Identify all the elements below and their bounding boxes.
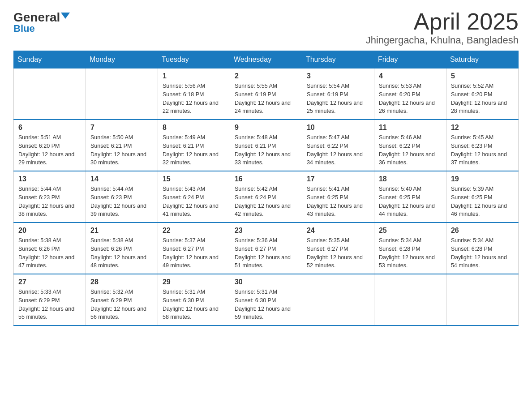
day-number: 19: [451, 175, 514, 183]
header-sunday: Sunday: [14, 51, 86, 68]
calendar-cell: 8Sunrise: 5:49 AM Sunset: 6:21 PM Daylig…: [158, 120, 230, 171]
day-info: Sunrise: 5:34 AM Sunset: 6:28 PM Dayligh…: [451, 236, 514, 270]
day-info: Sunrise: 5:38 AM Sunset: 6:26 PM Dayligh…: [90, 236, 153, 270]
day-info: Sunrise: 5:53 AM Sunset: 6:20 PM Dayligh…: [379, 82, 442, 116]
calendar-cell: 18Sunrise: 5:40 AM Sunset: 6:25 PM Dayli…: [374, 171, 446, 223]
day-info: Sunrise: 5:46 AM Sunset: 6:22 PM Dayligh…: [379, 133, 442, 167]
logo-blue: Blue: [13, 24, 35, 34]
day-info: Sunrise: 5:52 AM Sunset: 6:20 PM Dayligh…: [451, 82, 514, 116]
calendar-cell: 20Sunrise: 5:38 AM Sunset: 6:26 PM Dayli…: [14, 223, 86, 274]
calendar-cell: 28Sunrise: 5:32 AM Sunset: 6:29 PM Dayli…: [86, 274, 158, 325]
calendar-cell: 12Sunrise: 5:45 AM Sunset: 6:23 PM Dayli…: [446, 120, 518, 171]
day-info: Sunrise: 5:39 AM Sunset: 6:25 PM Dayligh…: [451, 185, 514, 218]
calendar-week-row: 6Sunrise: 5:51 AM Sunset: 6:20 PM Daylig…: [14, 120, 519, 171]
calendar-cell: 16Sunrise: 5:42 AM Sunset: 6:24 PM Dayli…: [230, 171, 302, 223]
calendar-week-row: 27Sunrise: 5:33 AM Sunset: 6:29 PM Dayli…: [14, 274, 519, 325]
calendar-cell: 7Sunrise: 5:50 AM Sunset: 6:21 PM Daylig…: [86, 120, 158, 171]
day-number: 12: [451, 124, 514, 132]
day-number: 16: [235, 175, 297, 183]
day-number: 14: [90, 175, 153, 183]
day-number: 4: [379, 72, 442, 80]
logo-general: General: [13, 11, 60, 24]
calendar-cell: [302, 274, 374, 325]
day-info: Sunrise: 5:55 AM Sunset: 6:19 PM Dayligh…: [235, 82, 297, 116]
calendar-cell: 2Sunrise: 5:55 AM Sunset: 6:19 PM Daylig…: [230, 68, 302, 120]
calendar-cell: 11Sunrise: 5:46 AM Sunset: 6:22 PM Dayli…: [374, 120, 446, 171]
day-info: Sunrise: 5:31 AM Sunset: 6:30 PM Dayligh…: [235, 288, 297, 321]
day-info: Sunrise: 5:33 AM Sunset: 6:29 PM Dayligh…: [18, 288, 81, 321]
calendar-cell: [14, 68, 86, 120]
calendar-cell: 25Sunrise: 5:34 AM Sunset: 6:28 PM Dayli…: [374, 223, 446, 274]
calendar-cell: [86, 68, 158, 120]
calendar-cell: [374, 274, 446, 325]
day-info: Sunrise: 5:50 AM Sunset: 6:21 PM Dayligh…: [90, 133, 153, 167]
day-number: 25: [379, 227, 442, 235]
header-thursday: Thursday: [302, 51, 374, 68]
calendar-cell: 10Sunrise: 5:47 AM Sunset: 6:22 PM Dayli…: [302, 120, 374, 171]
day-info: Sunrise: 5:48 AM Sunset: 6:21 PM Dayligh…: [235, 133, 297, 167]
day-info: Sunrise: 5:44 AM Sunset: 6:23 PM Dayligh…: [90, 185, 153, 218]
day-number: 9: [235, 124, 297, 132]
day-number: 29: [163, 278, 225, 286]
day-number: 18: [379, 175, 442, 183]
day-info: Sunrise: 5:42 AM Sunset: 6:24 PM Dayligh…: [235, 185, 297, 218]
day-number: 3: [307, 72, 369, 80]
day-info: Sunrise: 5:47 AM Sunset: 6:22 PM Dayligh…: [307, 133, 369, 167]
calendar-cell: 23Sunrise: 5:36 AM Sunset: 6:27 PM Dayli…: [230, 223, 302, 274]
day-number: 24: [307, 227, 369, 235]
day-number: 30: [235, 278, 297, 286]
calendar-week-row: 13Sunrise: 5:44 AM Sunset: 6:23 PM Dayli…: [14, 171, 519, 223]
day-info: Sunrise: 5:38 AM Sunset: 6:26 PM Dayligh…: [18, 236, 81, 270]
calendar-cell: 29Sunrise: 5:31 AM Sunset: 6:30 PM Dayli…: [158, 274, 230, 325]
day-number: 7: [90, 124, 153, 132]
day-number: 2: [235, 72, 297, 80]
calendar-week-row: 20Sunrise: 5:38 AM Sunset: 6:26 PM Dayli…: [14, 223, 519, 274]
header-tuesday: Tuesday: [158, 51, 230, 68]
day-number: 28: [90, 278, 153, 286]
day-info: Sunrise: 5:45 AM Sunset: 6:23 PM Dayligh…: [451, 133, 514, 167]
day-number: 21: [90, 227, 153, 235]
calendar-cell: [446, 274, 518, 325]
day-number: 10: [307, 124, 369, 132]
day-info: Sunrise: 5:41 AM Sunset: 6:25 PM Dayligh…: [307, 185, 369, 218]
calendar-cell: 27Sunrise: 5:33 AM Sunset: 6:29 PM Dayli…: [14, 274, 86, 325]
day-number: 5: [451, 72, 514, 80]
calendar-cell: 26Sunrise: 5:34 AM Sunset: 6:28 PM Dayli…: [446, 223, 518, 274]
calendar-cell: 30Sunrise: 5:31 AM Sunset: 6:30 PM Dayli…: [230, 274, 302, 325]
header-friday: Friday: [374, 51, 446, 68]
calendar-cell: 1Sunrise: 5:56 AM Sunset: 6:18 PM Daylig…: [158, 68, 230, 120]
calendar-cell: 24Sunrise: 5:35 AM Sunset: 6:27 PM Dayli…: [302, 223, 374, 274]
calendar-cell: 9Sunrise: 5:48 AM Sunset: 6:21 PM Daylig…: [230, 120, 302, 171]
calendar-cell: 14Sunrise: 5:44 AM Sunset: 6:23 PM Dayli…: [86, 171, 158, 223]
day-number: 27: [18, 278, 81, 286]
calendar-week-row: 1Sunrise: 5:56 AM Sunset: 6:18 PM Daylig…: [14, 68, 519, 120]
day-info: Sunrise: 5:40 AM Sunset: 6:25 PM Dayligh…: [379, 185, 442, 218]
header-wednesday: Wednesday: [230, 51, 302, 68]
day-number: 17: [307, 175, 369, 183]
day-info: Sunrise: 5:51 AM Sunset: 6:20 PM Dayligh…: [18, 133, 81, 167]
day-info: Sunrise: 5:44 AM Sunset: 6:23 PM Dayligh…: [18, 185, 81, 218]
day-info: Sunrise: 5:36 AM Sunset: 6:27 PM Dayligh…: [235, 236, 297, 270]
calendar-cell: 5Sunrise: 5:52 AM Sunset: 6:20 PM Daylig…: [446, 68, 518, 120]
day-number: 23: [235, 227, 297, 235]
day-info: Sunrise: 5:35 AM Sunset: 6:27 PM Dayligh…: [307, 236, 369, 270]
day-number: 13: [18, 175, 81, 183]
day-number: 6: [18, 124, 81, 132]
calendar-cell: 6Sunrise: 5:51 AM Sunset: 6:20 PM Daylig…: [14, 120, 86, 171]
calendar-title: April 2025: [366, 9, 519, 34]
title-block: April 2025 Jhingergacha, Khulna, Banglad…: [366, 9, 519, 46]
logo-triangle-icon: [61, 13, 70, 19]
day-number: 1: [163, 72, 225, 80]
day-number: 22: [163, 227, 225, 235]
calendar-cell: 4Sunrise: 5:53 AM Sunset: 6:20 PM Daylig…: [374, 68, 446, 120]
calendar-cell: 17Sunrise: 5:41 AM Sunset: 6:25 PM Dayli…: [302, 171, 374, 223]
calendar-cell: 15Sunrise: 5:43 AM Sunset: 6:24 PM Dayli…: [158, 171, 230, 223]
calendar-cell: 21Sunrise: 5:38 AM Sunset: 6:26 PM Dayli…: [86, 223, 158, 274]
calendar-cell: 22Sunrise: 5:37 AM Sunset: 6:27 PM Dayli…: [158, 223, 230, 274]
day-info: Sunrise: 5:49 AM Sunset: 6:21 PM Dayligh…: [163, 133, 225, 167]
day-number: 26: [451, 227, 514, 235]
weekday-header-row: Sunday Monday Tuesday Wednesday Thursday…: [14, 51, 519, 68]
header-monday: Monday: [86, 51, 158, 68]
day-number: 8: [163, 124, 225, 132]
page-header: General Blue April 2025 Jhingergacha, Kh…: [13, 9, 519, 46]
